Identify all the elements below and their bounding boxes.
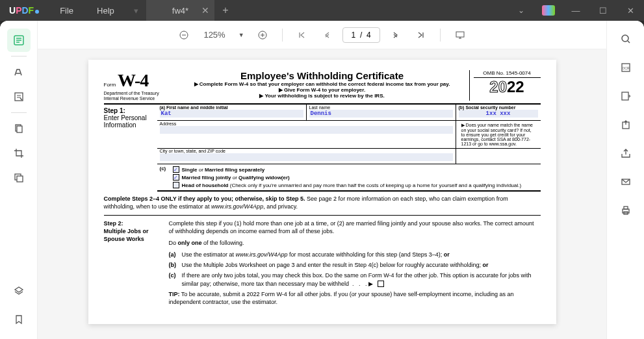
city-field[interactable] bbox=[160, 153, 453, 161]
copy-icon[interactable] bbox=[7, 166, 31, 190]
zoom-in-button[interactable] bbox=[253, 26, 272, 44]
ssn-field[interactable]: 1xx xxx bbox=[459, 110, 538, 118]
step1-sub: Enter Personal Information bbox=[104, 114, 155, 129]
search-icon[interactable] bbox=[617, 30, 635, 48]
first-name-label: (a) First name and middle initial bbox=[160, 105, 303, 110]
step2-p1: Complete this step if you (1) hold more … bbox=[169, 220, 541, 235]
svg-rect-10 bbox=[17, 176, 23, 182]
ai-icon[interactable] bbox=[535, 0, 562, 21]
email-icon[interactable] bbox=[617, 173, 635, 191]
checkbox-hoh[interactable] bbox=[173, 182, 179, 188]
first-name-field[interactable]: Kat bbox=[160, 110, 303, 118]
last-name-label: Last name bbox=[309, 105, 453, 110]
print-icon[interactable] bbox=[617, 201, 635, 220]
organize-pages-icon[interactable] bbox=[7, 117, 31, 140]
close-tab-icon[interactable]: ✕ bbox=[201, 5, 209, 16]
zoom-dropdown-icon[interactable]: ▼ bbox=[236, 32, 247, 38]
next-page-button[interactable] bbox=[387, 26, 405, 44]
svg-rect-8 bbox=[17, 126, 22, 132]
highlight-icon[interactable] bbox=[7, 60, 31, 84]
form-number: W-4 bbox=[118, 70, 148, 90]
dept-line2: Internal Revenue Service bbox=[104, 96, 175, 101]
ssn-note: ▶ Does your name match the name on your … bbox=[459, 121, 538, 147]
form-label: Form bbox=[104, 82, 116, 88]
zoom-value: 125% bbox=[200, 30, 229, 40]
share-icon[interactable] bbox=[617, 144, 635, 162]
instruction-line-2: Give Form W-4 to your employer. bbox=[175, 87, 469, 93]
checkbox-married-joint[interactable]: ✓ bbox=[173, 174, 179, 181]
step2-opt-b: Use the Multiple Jobs Worksheet on page … bbox=[182, 261, 541, 269]
address-field[interactable] bbox=[160, 126, 453, 134]
svg-rect-16 bbox=[456, 32, 464, 37]
add-tab-button[interactable]: + bbox=[214, 5, 236, 16]
svg-rect-27 bbox=[624, 207, 628, 209]
step2-opt-c: If there are only two jobs total, you ma… bbox=[182, 271, 541, 287]
center-panel: 125% ▼ Form W-4 Department of the Treasu… bbox=[38, 21, 606, 339]
right-toolbar: OCR bbox=[606, 21, 644, 339]
svg-point-19 bbox=[622, 35, 628, 42]
checkbox-single[interactable]: ✓ bbox=[173, 166, 179, 173]
last-page-button[interactable] bbox=[411, 26, 430, 44]
convert-icon[interactable] bbox=[617, 87, 635, 105]
ssn-label: (b) Social security number bbox=[459, 105, 538, 110]
last-name-field[interactable]: Dennis bbox=[309, 110, 453, 118]
step1-label: Step 1: bbox=[104, 107, 125, 114]
crop-icon[interactable] bbox=[7, 142, 31, 165]
step1-row: Step 1: Enter Personal Information (a) F… bbox=[104, 105, 541, 192]
ocr-icon[interactable]: OCR bbox=[617, 58, 635, 77]
reader-view-icon[interactable] bbox=[7, 29, 31, 52]
step2-sub: Multiple Jobs or Spouse Works bbox=[104, 227, 164, 243]
checkbox-two-jobs[interactable] bbox=[378, 281, 384, 287]
maximize-button[interactable]: ☐ bbox=[589, 0, 617, 21]
step2-label: Step 2: bbox=[104, 220, 164, 227]
export-icon[interactable] bbox=[617, 116, 635, 134]
step2-p2: Do only one of the following. bbox=[169, 239, 541, 247]
tab-label: fw4* bbox=[172, 6, 188, 16]
step2-opt-a: Use the estimator at www.irs.gov/W4App f… bbox=[182, 251, 541, 258]
city-label: City or town, state, and ZIP code bbox=[160, 149, 453, 153]
menu-help[interactable]: Help bbox=[85, 6, 126, 16]
title-bar: UPDF File Help ▾ fw4* ✕ + ⌄ — ☐ ✕ bbox=[0, 0, 644, 21]
bookmark-icon[interactable] bbox=[7, 308, 31, 331]
minimize-button[interactable]: — bbox=[562, 0, 589, 21]
step2-tip: TIP: To be accurate, submit a 2022 Form … bbox=[169, 290, 541, 306]
form-title: Employee's Withholding Certificate bbox=[175, 70, 469, 81]
instruction-line-3: Your withholding is subject to review by… bbox=[175, 93, 469, 99]
zoom-out-button[interactable] bbox=[175, 26, 193, 44]
svg-rect-23 bbox=[622, 92, 628, 100]
chk2-label: Married filing jointly or Qualifying wid… bbox=[182, 175, 290, 181]
presentation-icon[interactable] bbox=[451, 26, 469, 44]
prev-page-button[interactable] bbox=[318, 26, 336, 44]
tax-year: 2022 bbox=[474, 78, 541, 96]
tab-separator: ▾ bbox=[126, 6, 146, 16]
step2-row: Step 2: Multiple Jobs or Spouse Works Co… bbox=[104, 216, 541, 314]
top-toolbar: 125% ▼ bbox=[38, 21, 606, 49]
chk1-label: Single or Married filing separately bbox=[182, 167, 265, 173]
chk3-label: Head of household (Check only if you're … bbox=[182, 182, 522, 188]
main-area: 125% ▼ Form W-4 Department of the Treasu… bbox=[0, 21, 644, 339]
document-viewport[interactable]: Form W-4 Department of the Treasury Inte… bbox=[38, 49, 606, 339]
mid-instruction: Complete Steps 2–4 ONLY if they apply to… bbox=[104, 192, 541, 215]
close-window-button[interactable]: ✕ bbox=[617, 0, 644, 21]
address-label: Address bbox=[160, 121, 453, 126]
omb-number: OMB No. 1545-0074 bbox=[474, 70, 541, 78]
left-toolbar bbox=[0, 21, 38, 339]
first-page-button[interactable] bbox=[293, 26, 311, 44]
edit-text-icon[interactable] bbox=[7, 85, 31, 108]
instruction-line-1: Complete Form W-4 so that your employer … bbox=[175, 81, 469, 87]
form-header: Form W-4 Department of the Treasury Inte… bbox=[104, 70, 541, 105]
page-input[interactable] bbox=[342, 27, 380, 43]
c-label: (c) bbox=[160, 166, 173, 189]
dropdown-icon[interactable]: ⌄ bbox=[508, 0, 535, 21]
svg-text:OCR: OCR bbox=[622, 66, 630, 70]
pdf-page: Form W-4 Department of the Treasury Inte… bbox=[88, 60, 556, 324]
app-logo: UPDF bbox=[0, 5, 48, 16]
menu-file[interactable]: File bbox=[48, 6, 85, 16]
svg-line-20 bbox=[628, 41, 630, 43]
layers-icon[interactable] bbox=[7, 279, 31, 303]
document-tab[interactable]: fw4* ✕ bbox=[146, 0, 214, 21]
dept-line1: Department of the Treasury bbox=[104, 91, 175, 96]
